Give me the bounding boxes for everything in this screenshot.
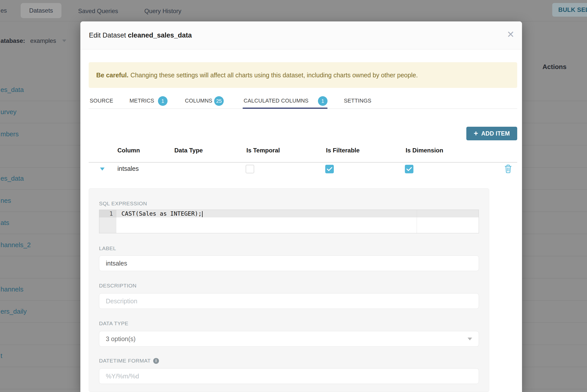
plus-icon: +: [474, 129, 478, 137]
add-item-label: ADD ITEM: [481, 130, 510, 137]
table-row[interactable]: urvey: [0, 101, 80, 123]
table-row: [522, 278, 587, 301]
dataset-list-right: [522, 79, 587, 389]
table-row: [522, 101, 587, 123]
columns-count-badge: 25: [214, 96, 224, 106]
tab-metrics[interactable]: METRICS: [129, 98, 154, 104]
dataset-link[interactable]: ers_daily: [0, 308, 27, 315]
dataset-list-left: es_data urvey mbers es_data nes ats hann…: [0, 79, 80, 389]
col-header-is-filterable: Is Filterable: [326, 147, 360, 154]
datetime-format-label-text: DATETIME FORMAT: [99, 358, 151, 364]
dataset-link[interactable]: mbers: [0, 130, 19, 138]
modal-header: Edit Dataset cleaned_sales_data: [80, 21, 522, 49]
description-input[interactable]: [99, 293, 479, 309]
table-row[interactable]: [0, 323, 80, 345]
table-row: [522, 212, 587, 234]
trash-icon: [504, 164, 512, 173]
table-row[interactable]: t: [0, 345, 80, 367]
close-icon[interactable]: ✕: [507, 30, 514, 39]
database-filter-label: atabase:: [1, 37, 25, 44]
sql-code[interactable]: CAST(Sales as INTEGER);: [121, 210, 203, 217]
table-row: [522, 256, 587, 278]
nav-tab-query-history[interactable]: Query History: [144, 8, 181, 15]
dataset-link[interactable]: hannels: [0, 285, 23, 293]
tab-calculated-columns[interactable]: CALCULATED COLUMNS: [244, 98, 309, 104]
table-row[interactable]: hannels: [0, 278, 80, 301]
table-row: [522, 145, 587, 168]
table-row: [522, 301, 587, 323]
dataset-link[interactable]: hannels_2: [0, 241, 31, 249]
sql-expression-editor[interactable]: 1 CAST(Sales as INTEGER);: [99, 210, 479, 233]
metrics-count-badge: 1: [158, 96, 168, 106]
table-row: [522, 79, 587, 101]
table-row[interactable]: [0, 145, 80, 168]
table-row[interactable]: ers_daily: [0, 301, 80, 323]
modal-title-dataset-name: cleaned_sales_data: [128, 31, 192, 39]
table-row[interactable]: es_data: [0, 168, 80, 190]
data-type-label: DATA TYPE: [99, 320, 128, 326]
datetime-format-input[interactable]: [99, 368, 479, 384]
table-row[interactable]: [0, 256, 80, 278]
warning-bold: Be careful.: [96, 72, 128, 79]
table-row[interactable]: es_data: [0, 79, 80, 101]
nav-tab-datasets[interactable]: Datasets: [21, 3, 61, 18]
dataset-link[interactable]: es_data: [0, 175, 24, 182]
bulk-select-button[interactable]: BULK SELEC: [552, 3, 587, 17]
data-type-select[interactable]: 3 option(s): [99, 331, 479, 347]
text-cursor: [202, 211, 203, 217]
table-row: [522, 345, 587, 367]
actions-column-header: Actions: [522, 63, 587, 71]
dataset-link[interactable]: t: [0, 352, 2, 360]
add-item-button[interactable]: + ADD ITEM: [466, 127, 517, 140]
chevron-down-icon[interactable]: [62, 40, 66, 42]
table-row[interactable]: ats: [0, 212, 80, 234]
select-caret-icon: [468, 338, 472, 340]
description-label: DESCRIPTION: [99, 283, 137, 289]
dataset-link[interactable]: ats: [0, 219, 9, 227]
check-icon: [406, 167, 412, 171]
nav-item-databases-clipped[interactable]: es: [1, 7, 7, 14]
datasets-page: es Datasets Saved Queries Query History …: [0, 0, 587, 392]
editor-print-margin: [417, 210, 417, 233]
table-row[interactable]: [0, 367, 80, 389]
modal-title-prefix: Edit Dataset: [89, 31, 126, 39]
editor-line-number: 1: [99, 210, 116, 217]
database-filter-value[interactable]: examples: [30, 37, 56, 44]
datetime-format-label: DATETIME FORMAT i: [99, 358, 159, 364]
is-filterable-checkbox[interactable]: [325, 165, 334, 173]
table-row: [522, 190, 587, 212]
label-input[interactable]: [99, 255, 479, 271]
sql-expression-label-text: SQL EXPRESSION: [99, 201, 147, 207]
nav-tab-datasets-label: Datasets: [29, 7, 53, 14]
is-dimension-checkbox[interactable]: [405, 165, 413, 173]
calculated-column-name: intsales: [117, 165, 139, 172]
delete-row-button[interactable]: [504, 164, 512, 174]
is-temporal-checkbox[interactable]: [246, 165, 254, 173]
table-row[interactable]: nes: [0, 190, 80, 212]
table-header-divider: [89, 162, 517, 163]
table-row: [522, 168, 587, 190]
dataset-link[interactable]: nes: [0, 197, 11, 205]
modal-title: Edit Dataset cleaned_sales_data: [89, 31, 192, 39]
tab-columns[interactable]: COLUMNS: [185, 98, 212, 104]
table-row: [522, 367, 587, 389]
table-row: [522, 123, 587, 145]
table-row[interactable]: hannels_2: [0, 234, 80, 256]
nav-tab-saved-queries[interactable]: Saved Queries: [78, 8, 118, 15]
dataset-link[interactable]: urvey: [0, 108, 17, 116]
info-icon[interactable]: i: [153, 358, 159, 364]
label-label: LABEL: [99, 245, 116, 251]
collapse-row-caret-icon[interactable]: [100, 168, 105, 171]
calculated-column-detail-panel: SQL EXPRESSION 1 CAST(Sales as INTEGER);…: [89, 188, 489, 392]
dataset-link[interactable]: es_data: [0, 86, 24, 94]
col-header-is-dimension: Is Dimension: [406, 147, 443, 154]
tab-source[interactable]: SOURCE: [90, 98, 113, 104]
tab-settings[interactable]: SETTINGS: [344, 98, 371, 104]
warning-text: Changing these settings will affect all …: [131, 72, 418, 79]
col-header-column: Column: [117, 147, 140, 154]
active-tab-underline: [243, 108, 328, 109]
sql-code-text: CAST(Sales as INTEGER);: [121, 210, 202, 217]
table-row[interactable]: mbers: [0, 123, 80, 145]
data-type-value: 3 option(s): [106, 335, 136, 343]
warning-banner: Be careful. Changing these settings will…: [89, 62, 517, 88]
